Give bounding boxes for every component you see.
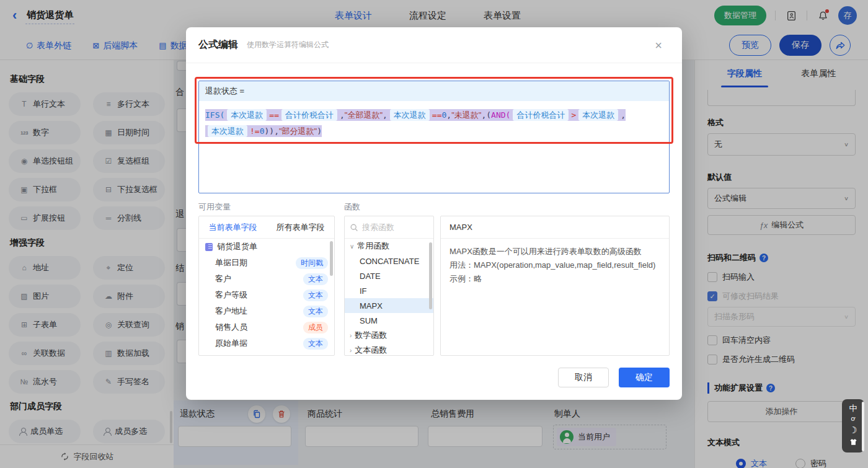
modal-title: 公式编辑 [198,38,238,51]
formula-token: 本次退款 [227,109,267,121]
floating-toolbar: 中 ơ ☽ [842,399,864,453]
mini-tool-icon[interactable]: ơ [851,415,855,422]
function-row[interactable]: MAPX [345,298,433,313]
formula-token: "未退款" [451,110,481,120]
description-line: 示例：略 [450,272,660,286]
formula-target: 退款状态 = [199,81,669,101]
description-line: MAPX函数是一个可以用来进行跨表单取数的高级函数 [450,245,660,258]
modal-subtitle: 使用数学运算符编辑公式 [247,40,329,50]
modal-footer: 取消 确定 [186,368,682,387]
tree-arrow-icon: ∨ [350,243,354,250]
variable-row[interactable]: 销售人员 成员 [199,319,334,335]
variable-row[interactable]: 单据日期 时间戳 [199,255,334,271]
function-row[interactable]: › 文本函数 [345,343,433,356]
variables-tabs: 当前表单字段所有表单字段 [199,216,334,239]
variable-row[interactable]: 客户地址 文本 [199,303,334,319]
formula-token: "部分退款" [279,126,317,136]
function-name: MAPX [441,216,669,239]
formula-token: > [571,110,576,120]
theme-shirt-icon[interactable] [849,438,858,448]
functions-label: 函数 [344,201,360,213]
type-badge: 成员 [303,322,328,333]
formula-token: "全部退款" [345,110,383,120]
formula-token: 合计价税合计 [281,109,337,121]
search-input[interactable] [362,223,424,232]
function-row[interactable]: CONCATENATE [345,254,433,268]
function-description-panel: MAPX MAPX函数是一个可以用来进行跨表单取数的高级函数用法：MAPX(op… [440,216,670,356]
formula-token: , [621,110,626,120]
type-badge: 文本 [303,273,328,285]
dark-mode-moon-icon[interactable]: ☽ [849,425,857,435]
variable-row[interactable]: 原始单据 文本 [199,335,334,351]
form-doc-icon [205,243,213,251]
formula-token: == [269,110,279,120]
functions-scrollbar[interactable] [429,242,432,309]
tree-arrow-icon: › [350,332,352,339]
formula-token: == [432,110,442,120]
formula-token: 本次退款 [390,109,430,121]
modal-header: 公式编辑 使用数学运算符编辑公式 × [186,27,682,63]
function-row[interactable]: ∨ 常用函数 [345,239,433,254]
app-window: ‹ 销货退货单 表单设计流程设定表单设置 数据管理 存 ∅ 表单外 [0,0,868,468]
formula-token: 合计价税合计 [513,109,569,121]
formula-token: , [274,126,279,136]
type-badge: 文本 [303,338,328,350]
formula-editor[interactable]: 退款状态 = IFS(本次退款==合计价税合计,"全部退款",本次退款==0,"… [198,81,670,193]
variables-tab[interactable]: 所有表单字段 [267,216,334,238]
formula-token: != [250,126,260,136]
formula-token: , [446,110,451,120]
type-badge: 文本 [303,306,328,317]
cancel-button[interactable]: 取消 [558,368,609,387]
formula-token: ) [317,126,322,136]
formula-token: , [340,110,345,120]
function-row[interactable]: DATE [345,268,433,283]
function-row[interactable]: SUM [345,313,433,328]
functions-panel: ∨ 常用函数 CONCATENATE DATE [344,216,434,356]
formula-token: , [383,110,388,120]
formula-expression[interactable]: IFS(本次退款==合计价税合计,"全部退款",本次退款==0,"未退款",(A… [199,101,669,139]
formula-token: )) [264,126,274,136]
tree-arrow-icon: › [350,347,352,354]
formula-token: 本次退款 [578,109,618,121]
form-root-row[interactable]: 销货退货单 [199,239,334,255]
function-description: MAPX函数是一个可以用来进行跨表单取数的高级函数用法：MAPX(operati… [441,239,669,292]
type-badge: 时间戳 [296,257,328,269]
formula-token: AND( [491,110,510,120]
description-line: 用法：MAPX(operation,map_value,map_field,re… [450,258,660,272]
variable-row[interactable]: 客户等级 文本 [199,287,334,303]
confirm-button[interactable]: 确定 [619,368,670,387]
variable-row[interactable]: 客户 文本 [199,271,334,287]
function-tree: ∨ 常用函数 CONCATENATE DATE [345,239,433,356]
formula-token: 本次退款 [208,125,247,137]
variables-label: 可用变量 [198,201,231,213]
function-row[interactable]: IF [345,283,433,298]
type-badge: 文本 [303,289,328,301]
search-icon [350,223,358,232]
language-toggle[interactable]: 中 [849,404,857,412]
formula-editor-modal: 公式编辑 使用数学运算符编辑公式 × 退款状态 = IFS(本次退款==合计价税… [186,27,682,400]
page-scrollbar[interactable] [862,402,864,451]
function-search[interactable] [345,216,433,239]
variable-rows: 单据日期 时间戳 客户 文本 客户等级 文本 客户地址 [199,255,334,351]
function-row[interactable]: › 数学函数 [345,328,433,343]
formula-token: IFS( [205,110,224,120]
close-icon[interactable]: × [655,39,662,51]
variables-scrollbar[interactable] [330,241,333,276]
variables-tab[interactable]: 当前表单字段 [199,216,267,238]
formula-token: ,( [481,110,491,120]
variables-panel: 当前表单字段所有表单字段 销货退货单 单据日期 时间戳 客户 文本 [198,216,335,356]
